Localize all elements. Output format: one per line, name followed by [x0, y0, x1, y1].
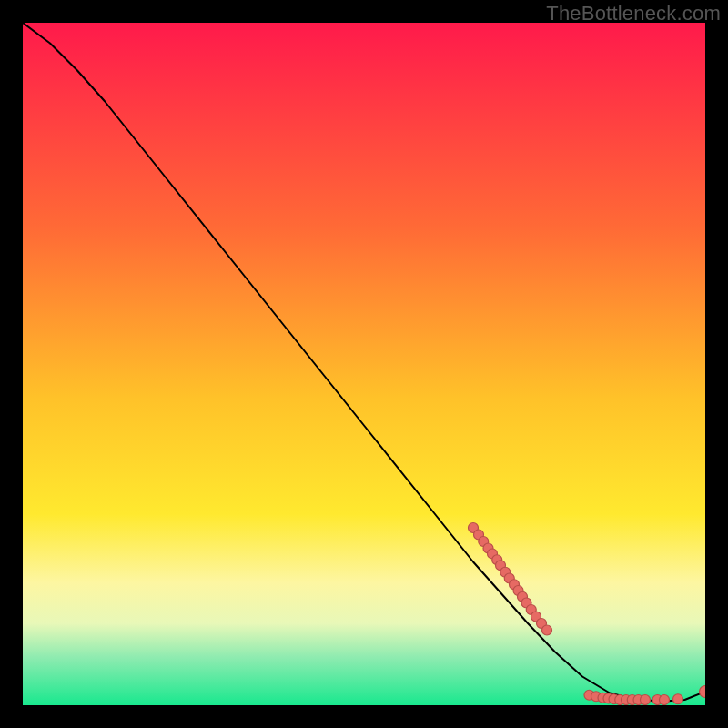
chart-svg	[23, 23, 705, 705]
data-point	[641, 695, 651, 705]
plot-area	[23, 23, 705, 705]
data-point	[673, 694, 683, 704]
data-point	[542, 625, 552, 635]
chart-container: TheBottleneck.com	[0, 0, 728, 728]
data-point	[660, 695, 670, 705]
watermark-text: TheBottleneck.com	[546, 2, 721, 25]
gradient-background	[23, 23, 705, 705]
